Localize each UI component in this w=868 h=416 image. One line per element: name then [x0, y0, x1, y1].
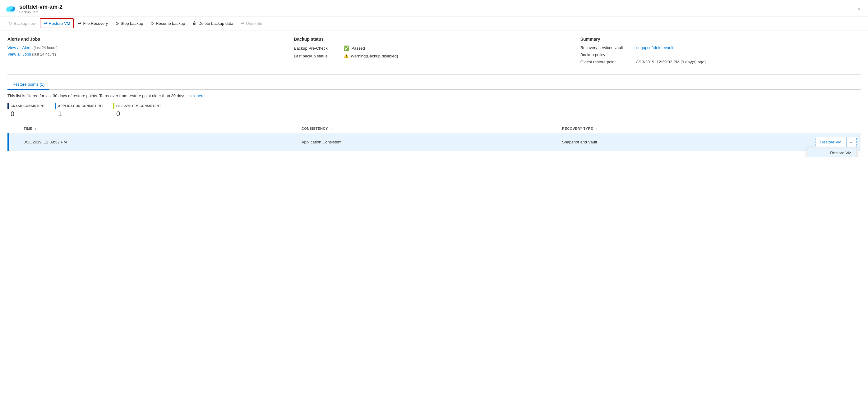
- header-title-block: softdel-vm-am-2 Backup Item: [19, 4, 62, 14]
- row-restore-vm-button[interactable]: Restore VM: [815, 137, 847, 147]
- last-backup-value: ⚠️ Warning(Backup disabled): [344, 54, 398, 58]
- alerts-section: Alerts and Jobs View all Alerts (last 24…: [7, 37, 287, 67]
- legend-app-consistent: APPLICATION CONSISTENT 1: [55, 103, 103, 118]
- app-bar: [55, 103, 56, 109]
- page-subtitle: Backup Item: [19, 10, 62, 14]
- warning-icon: ⚠️: [344, 54, 349, 58]
- table-header: TIME ↕ CONSISTENCY ↕ RECOVERY TYPE ↕: [7, 124, 861, 133]
- more-options-button[interactable]: ···: [846, 137, 857, 147]
- restore-vm-label: Restore VM: [49, 21, 70, 26]
- header: softdel-vm-am-2 Backup Item ×: [0, 0, 868, 16]
- main-content: Alerts and Jobs View all Alerts (last 24…: [0, 30, 868, 158]
- tab-bar: Restore points (1): [7, 79, 861, 90]
- filter-text: This list is filtered for last 30 days o…: [7, 94, 861, 98]
- row-indicator-cell: [7, 133, 20, 151]
- header-left: softdel-vm-am-2 Backup Item: [5, 3, 62, 14]
- vault-value: sogupsoftdeletevault: [637, 45, 673, 50]
- click-here-link[interactable]: click here.: [187, 94, 206, 98]
- backup-now-button[interactable]: ↻ Backup now: [5, 19, 39, 28]
- backup-now-icon: ↻: [8, 21, 12, 26]
- file-recovery-button[interactable]: ↩ File Recovery: [74, 19, 111, 28]
- view-all-jobs-link[interactable]: View all Jobs (last 24 hours): [7, 52, 287, 57]
- action-group: Restore VM ··· Restore VM File Recovery: [815, 137, 857, 147]
- backup-precheck-label: Backup Pre-Check: [294, 46, 344, 50]
- restore-points-table: TIME ↕ CONSISTENCY ↕ RECOVERY TYPE ↕: [7, 124, 861, 151]
- recovery-sort-icon: ↕: [595, 127, 597, 130]
- consistency-col-header[interactable]: CONSISTENCY ↕: [298, 124, 558, 133]
- restore-vm-icon: ↩: [43, 21, 47, 26]
- time-sort-icon: ↕: [35, 127, 37, 130]
- consistency-sort-icon: ↕: [330, 127, 332, 130]
- undelete-button[interactable]: ↩ Undelete: [237, 19, 266, 28]
- last-backup-row: Last backup status ⚠️ Warning(Backup dis…: [294, 54, 574, 58]
- context-menu: Restore VM File Recovery: [807, 147, 857, 158]
- crash-count: 0: [10, 110, 45, 118]
- file-recovery-label: File Recovery: [83, 21, 107, 26]
- dropdown-restore-vm[interactable]: Restore VM: [807, 147, 857, 158]
- recovery-type-cell: Snapshot and Vault: [558, 133, 792, 151]
- vault-link[interactable]: sogupsoftdeletevault: [637, 45, 673, 50]
- actions-col-header: [792, 124, 861, 133]
- more-dots-icon: ···: [850, 140, 854, 144]
- delete-backup-label: Delete backup data: [198, 21, 233, 26]
- file-recovery-icon: ↩: [78, 21, 82, 26]
- stop-backup-button[interactable]: ⊘ Stop backup: [112, 19, 147, 28]
- stop-backup-icon: ⊘: [115, 21, 119, 26]
- resume-backup-label: Resume backup: [156, 21, 185, 26]
- resume-backup-button[interactable]: ↺ Resume backup: [147, 19, 188, 28]
- indicator-col: [7, 124, 20, 133]
- page-title: softdel-vm-am-2: [19, 4, 62, 10]
- consistency-cell: Application Consistent: [298, 133, 558, 151]
- passed-icon: ✅: [344, 45, 349, 51]
- table-body: 8/13/2019, 12:39:32 PM Application Consi…: [7, 133, 861, 151]
- info-row: Alerts and Jobs View all Alerts (last 24…: [7, 37, 861, 67]
- summary-section: Summary Recovery services vault sogupsof…: [581, 37, 861, 67]
- undelete-label: Undelete: [246, 21, 262, 26]
- oldest-restore-value: 8/13/2019, 12:39:32 PM (9 day(s) ago): [637, 60, 706, 64]
- backup-status-title: Backup status: [294, 37, 574, 42]
- legend-crash-consistent: CRASH CONSISTENT 0: [7, 103, 45, 118]
- crash-bar: [7, 103, 9, 109]
- table-row: 8/13/2019, 12:39:32 PM Application Consi…: [7, 133, 861, 151]
- svg-point-3: [8, 6, 13, 10]
- azure-icon: [5, 3, 16, 14]
- time-col-header[interactable]: TIME ↕: [20, 124, 298, 133]
- delete-backup-button[interactable]: 🗑 Delete backup data: [189, 19, 237, 28]
- restore-points-tab[interactable]: Restore points (1): [7, 79, 50, 90]
- restore-vm-button[interactable]: ↩ Restore VM: [40, 18, 74, 28]
- close-button[interactable]: ×: [855, 4, 863, 13]
- last-backup-label: Last backup status: [294, 54, 344, 58]
- fs-bar: [113, 103, 115, 109]
- view-all-alerts-link[interactable]: View all Alerts (last 24 hours): [7, 45, 287, 50]
- time-cell: 8/13/2019, 12:39:32 PM: [20, 133, 298, 151]
- delete-backup-icon: 🗑: [192, 21, 197, 26]
- oldest-restore-row: Oldest restore point 8/13/2019, 12:39:32…: [581, 60, 861, 64]
- vault-label: Recovery services vault: [581, 45, 637, 50]
- backup-now-label: Backup now: [14, 21, 36, 26]
- resume-backup-icon: ↺: [151, 21, 154, 26]
- divider: [7, 74, 861, 74]
- backup-precheck-value: ✅ Passed: [344, 45, 365, 51]
- app-count: 1: [58, 110, 103, 118]
- policy-row: Backup policy -: [581, 53, 861, 57]
- stop-backup-label: Stop backup: [121, 21, 143, 26]
- recovery-type-col-header[interactable]: RECOVERY TYPE ↕: [558, 124, 792, 133]
- policy-value: -: [637, 53, 638, 57]
- legend-filesystem-consistent: FILE-SYSTEM CONSISTENT 0: [113, 103, 161, 118]
- toolbar: ↻ Backup now ↩ Restore VM ↩ File Recover…: [0, 16, 868, 30]
- row-indicator: [7, 133, 9, 151]
- backup-precheck-row: Backup Pre-Check ✅ Passed: [294, 45, 574, 51]
- vault-row: Recovery services vault sogupsoftdeletev…: [581, 45, 861, 50]
- row-actions-cell: Restore VM ··· Restore VM File Recovery: [792, 133, 861, 151]
- policy-label: Backup policy: [581, 53, 637, 57]
- alerts-title: Alerts and Jobs: [7, 37, 287, 42]
- backup-status-section: Backup status Backup Pre-Check ✅ Passed …: [294, 37, 574, 67]
- oldest-restore-label: Oldest restore point: [581, 60, 637, 64]
- legend: CRASH CONSISTENT 0 APPLICATION CONSISTEN…: [7, 103, 861, 118]
- undelete-icon: ↩: [241, 21, 244, 26]
- summary-title: Summary: [581, 37, 861, 42]
- fs-count: 0: [116, 110, 161, 118]
